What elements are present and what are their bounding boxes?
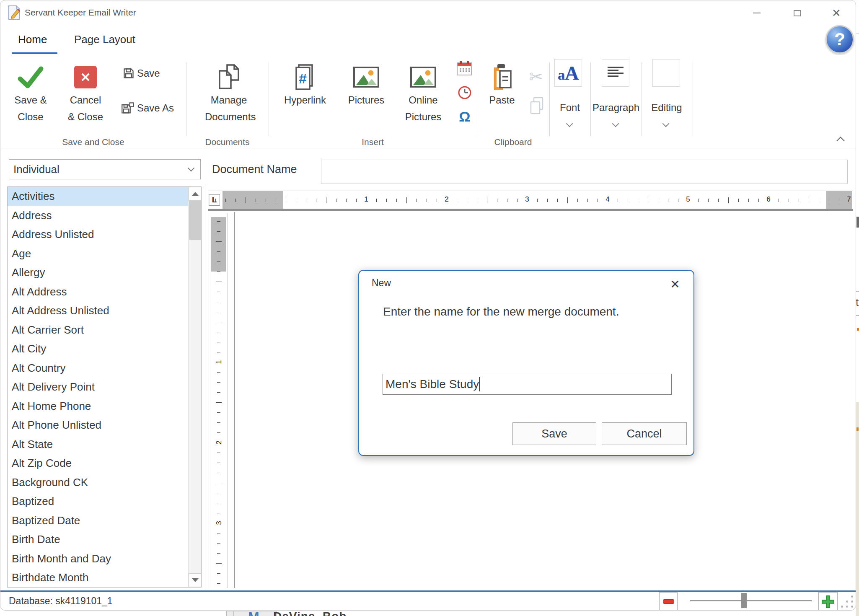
dialog-cancel-button[interactable]: Cancel xyxy=(602,422,687,445)
document-name-input[interactable] xyxy=(321,160,848,184)
list-item-label: Alt Country xyxy=(12,362,66,374)
insert-date-button[interactable] xyxy=(455,60,473,77)
list-item[interactable]: Alt Zip Code xyxy=(8,454,189,473)
list-item[interactable]: Age xyxy=(8,244,189,264)
ruler-margin-top xyxy=(211,217,226,272)
tab-home[interactable]: Home xyxy=(18,33,47,46)
paste-button[interactable]: Paste xyxy=(481,62,523,109)
tab-stop-selector[interactable]: L xyxy=(209,194,220,206)
font-icon-box[interactable]: aA xyxy=(554,59,582,87)
scroll-up-button[interactable] xyxy=(189,187,202,201)
minimize-button[interactable] xyxy=(748,4,766,22)
collapse-ribbon-button[interactable] xyxy=(838,138,843,144)
list-item[interactable]: Alt Home Phone xyxy=(8,397,189,416)
list-item[interactable]: Alt State xyxy=(8,435,189,454)
background-fragment xyxy=(856,217,859,228)
scrollbar-thumb[interactable] xyxy=(189,201,201,240)
list-item[interactable]: Birth Date xyxy=(8,530,189,549)
list-item-label: Alt Zip Code xyxy=(12,457,72,469)
list-item[interactable]: Alt Phone Unlisted xyxy=(8,416,189,435)
chevron-down-icon[interactable] xyxy=(613,121,619,127)
fields-scrollbar[interactable] xyxy=(188,187,201,587)
horizontal-ruler: L 1234567 xyxy=(208,191,853,209)
list-item-label: Alt Home Phone xyxy=(12,400,91,412)
merge-fields-list: Activities Address Address Unlisted Age … xyxy=(8,187,189,588)
paragraph-icon-box[interactable] xyxy=(602,59,629,87)
insert-time-button[interactable] xyxy=(457,85,472,100)
dialog-message: Enter the name for the new merge documen… xyxy=(383,305,619,318)
panel-divider xyxy=(205,186,205,588)
close-icon: ✕ xyxy=(670,277,680,291)
statusbar-divider xyxy=(0,590,856,592)
group-insert: Insert xyxy=(269,137,477,148)
check-icon xyxy=(9,62,52,92)
pictures-button[interactable]: Pictures xyxy=(343,62,389,109)
list-item[interactable]: Alt Address xyxy=(8,282,189,302)
list-item[interactable]: Birthdate Month xyxy=(8,568,189,588)
list-item[interactable]: Allergy xyxy=(8,263,189,282)
field-category-dropdown[interactable]: Individual xyxy=(9,159,201,179)
maximize-button[interactable] xyxy=(788,4,806,22)
group-separator xyxy=(549,62,550,136)
list-item-label: Alt Delivery Point xyxy=(12,380,95,393)
list-item[interactable]: Alt City xyxy=(8,339,189,359)
save-button[interactable]: Save xyxy=(123,67,160,79)
background-avatar: M xyxy=(248,609,259,616)
list-item[interactable]: Baptized Date xyxy=(8,511,189,531)
list-item[interactable]: Alt Country xyxy=(8,359,189,378)
zoom-slider-track[interactable] xyxy=(690,600,812,601)
paragraph-menu[interactable]: Paragraph xyxy=(590,102,642,113)
insert-symbol-button[interactable]: Ω xyxy=(456,108,473,125)
save-and-close-button[interactable]: Save & Close xyxy=(9,62,52,125)
list-item-label: Alt State xyxy=(12,438,53,450)
minimize-icon xyxy=(753,13,761,13)
group-separator xyxy=(269,62,269,136)
editing-menu[interactable]: Editing xyxy=(642,102,692,113)
list-item[interactable]: Alt Delivery Point xyxy=(8,378,189,397)
tab-page-layout[interactable]: Page Layout xyxy=(74,33,135,46)
chevron-down-icon[interactable] xyxy=(567,121,573,127)
chevron-down-icon[interactable] xyxy=(663,121,669,127)
paste-icon xyxy=(481,62,523,92)
list-item[interactable]: Alt Carrier Sort xyxy=(8,321,189,340)
paragraph-icon xyxy=(607,66,624,80)
zoom-out-button[interactable] xyxy=(659,592,678,611)
dialog-save-button[interactable]: Save xyxy=(512,422,596,445)
online-pictures-button[interactable]: Online Pictures xyxy=(398,62,448,125)
manage-documents-button[interactable]: Manage Documents xyxy=(205,62,253,125)
list-item-label: Birthdate Month xyxy=(12,571,89,584)
resize-grip[interactable] xyxy=(839,595,854,610)
question-icon: ? xyxy=(834,29,845,49)
list-item[interactable]: Address Unlisted xyxy=(8,225,189,244)
list-item-label: Alt City xyxy=(12,342,46,355)
cancel-and-close-button[interactable]: ✕ Cancel & Close xyxy=(63,62,108,125)
window-title: Servant Keeper Email Writer xyxy=(25,8,136,18)
group-separator xyxy=(186,62,186,136)
list-item[interactable]: Address xyxy=(8,206,189,225)
close-icon: ✕ xyxy=(832,8,841,18)
list-item[interactable]: Background CK xyxy=(8,473,189,492)
merge-document-name-input[interactable]: Men's Bible Study xyxy=(383,374,672,395)
close-button[interactable]: ✕ xyxy=(827,4,846,22)
hyperlink-button[interactable]: # Hyperlink xyxy=(280,62,330,109)
list-item-label: Age xyxy=(12,247,31,260)
zoom-slider-thumb[interactable] xyxy=(741,593,747,608)
background-line xyxy=(856,315,859,316)
list-item[interactable]: Activities xyxy=(8,187,189,206)
zoom-in-button[interactable] xyxy=(818,592,838,611)
list-item[interactable]: Baptized xyxy=(8,492,189,511)
save-as-button[interactable]: Save As xyxy=(121,102,174,114)
clock-icon xyxy=(458,85,472,100)
font-menu[interactable]: Font xyxy=(549,102,590,113)
ribbon: Save & Close ✕ Cancel & Close Save Save … xyxy=(0,55,856,148)
dialog-close-button[interactable]: ✕ xyxy=(666,275,684,293)
picture-icon xyxy=(343,62,389,92)
help-button[interactable]: ? xyxy=(825,25,854,54)
chevron-down-icon xyxy=(188,165,195,172)
list-item[interactable]: Alt Address Unlisted xyxy=(8,301,189,321)
group-separator xyxy=(590,62,591,136)
list-item[interactable]: Birth Month and Day xyxy=(8,549,189,569)
scroll-down-button[interactable] xyxy=(189,573,202,587)
svg-text:#: # xyxy=(299,70,307,86)
editing-icon-box[interactable] xyxy=(652,59,680,87)
